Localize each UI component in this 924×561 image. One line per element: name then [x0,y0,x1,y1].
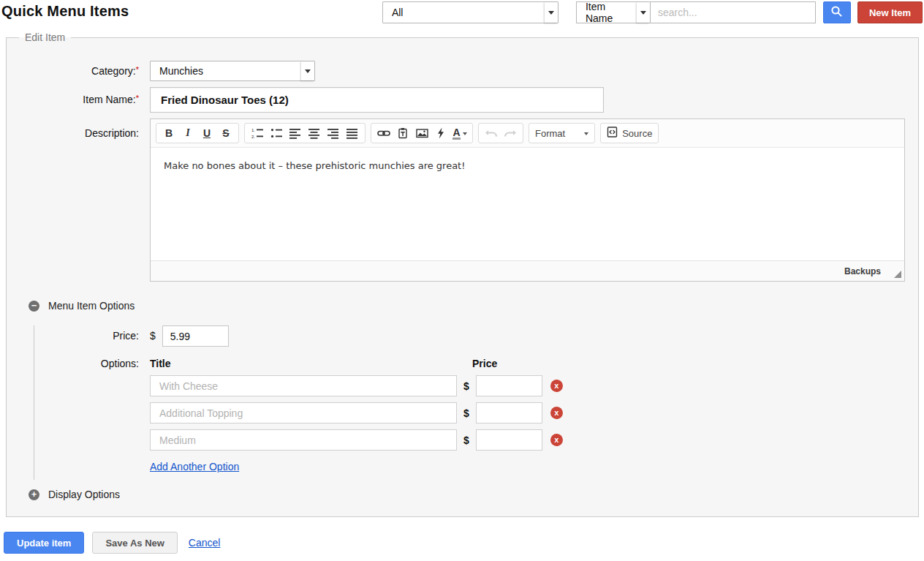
quick-menu-items-page: Quick Menu Items All Item Name New [0,0,924,561]
redo-button[interactable] [501,124,520,142]
search-icon [830,5,843,20]
required-asterisk: * [136,94,139,102]
option-row: $ x [150,402,563,423]
flash-button[interactable] [431,124,450,142]
topbar: Quick Menu Items All Item Name New [0,0,924,26]
currency-symbol: $ [463,407,469,419]
justify-button[interactable] [343,124,362,142]
link-button[interactable] [374,124,393,142]
toolbar-group-insert: A [371,123,473,143]
options-label: Options: [34,358,150,369]
undo-icon [485,128,498,138]
add-another-option-link[interactable]: Add Another Option [150,461,239,472]
save-as-new-button[interactable]: Save As New [92,532,177,554]
rich-text-editor: B I U S 1. 2. [150,118,905,282]
display-options-header[interactable]: + Display Options [29,489,905,500]
bulleted-list-button[interactable] [267,124,286,142]
currency-symbol: $ [150,325,156,342]
price-input[interactable] [162,325,229,347]
toolbar-group-paragraph: 1. 2. [244,123,366,143]
menu-item-options-body: Price: $ Options: Title Price $ x [34,325,905,480]
category-row: Category:* Munchies [7,61,905,81]
options-table: Title Price $ x $ x [150,358,563,477]
category-select[interactable]: Munchies [150,61,315,81]
search-field-select[interactable]: Item Name [576,1,650,23]
link-icon [377,127,390,139]
resize-grip-icon[interactable] [894,271,901,278]
edit-item-legend: Edit Item [19,31,71,43]
delete-option-button[interactable]: x [550,407,563,419]
search-button[interactable] [823,1,851,23]
image-icon [416,127,428,139]
toolbar-group-basicstyles: B I U S [156,123,239,143]
chevron-down-icon [637,2,650,23]
paste-text-icon [397,127,409,139]
search-input[interactable] [650,1,816,23]
align-center-icon [308,127,320,139]
source-label: Source [622,128,652,139]
delete-option-button[interactable]: x [550,380,563,392]
category-value: Munchies [159,65,203,77]
required-asterisk: * [136,65,139,74]
category-label: Category:* [7,61,150,77]
text-color-icon: A [452,127,460,140]
item-name-label: Item Name:* [7,87,150,105]
align-left-icon [289,127,301,139]
description-row: Description: B I U S 1. [7,118,905,282]
option-title-input[interactable] [150,429,457,451]
price-row: Price: $ [34,325,905,347]
align-left-button[interactable] [286,124,305,142]
option-title-input[interactable] [150,402,457,423]
description-editable-area[interactable]: Make no bones about it – these prehistor… [151,148,904,260]
new-item-button[interactable]: New Item [857,1,923,23]
align-right-button[interactable] [324,124,343,142]
numbered-list-button[interactable]: 1. 2. [248,124,267,142]
column-header-price: Price [472,358,497,369]
currency-symbol: $ [463,380,469,392]
price-label: Price: [34,325,150,342]
cancel-link[interactable]: Cancel [189,537,221,549]
menu-item-options-title: Menu Item Options [48,300,135,312]
option-row: $ x [150,375,563,396]
collapse-icon[interactable]: − [29,301,39,312]
option-price-input[interactable] [476,429,542,451]
chevron-down-icon [584,132,588,138]
format-label: Format [535,128,565,139]
text-color-button[interactable]: A [450,124,469,142]
align-center-button[interactable] [305,124,324,142]
category-filter-value: All [392,7,404,18]
redo-icon [504,128,517,138]
format-dropdown[interactable]: Format [529,123,595,143]
underline-button[interactable]: U [197,124,216,142]
strikethrough-button[interactable]: S [216,124,235,142]
item-name-input[interactable] [150,87,604,113]
justify-icon [346,127,358,139]
source-button[interactable]: Source [600,123,659,143]
option-price-input[interactable] [476,402,542,423]
option-title-input[interactable] [150,375,457,396]
numbered-list-icon: 1. 2. [251,127,263,139]
italic-button[interactable]: I [178,124,197,142]
currency-symbol: $ [463,434,469,446]
delete-option-button[interactable]: x [550,434,563,446]
svg-text:1.: 1. [251,128,255,132]
update-item-button[interactable]: Update item [4,532,84,554]
expand-icon[interactable]: + [29,489,39,500]
paste-text-button[interactable] [393,124,412,142]
image-button[interactable] [412,124,431,142]
search-field-value: Item Name [586,1,631,24]
chevron-down-icon [545,2,558,23]
display-options-title: Display Options [48,489,120,500]
option-price-input[interactable] [476,375,542,396]
undo-button[interactable] [482,124,501,142]
option-row: $ x [150,429,563,451]
lightning-icon [436,127,446,139]
menu-item-options-header[interactable]: − Menu Item Options [29,300,905,312]
editor-footer: Backups [151,260,904,281]
chevron-down-icon [301,61,314,80]
edit-item-fieldset: Edit Item Category:* Munchies Item Name:… [6,31,919,517]
bold-button[interactable]: B [159,124,178,142]
category-filter-select[interactable]: All [382,1,558,23]
options-column-headers: Title Price [150,358,563,369]
backups-button[interactable]: Backups [844,266,881,276]
